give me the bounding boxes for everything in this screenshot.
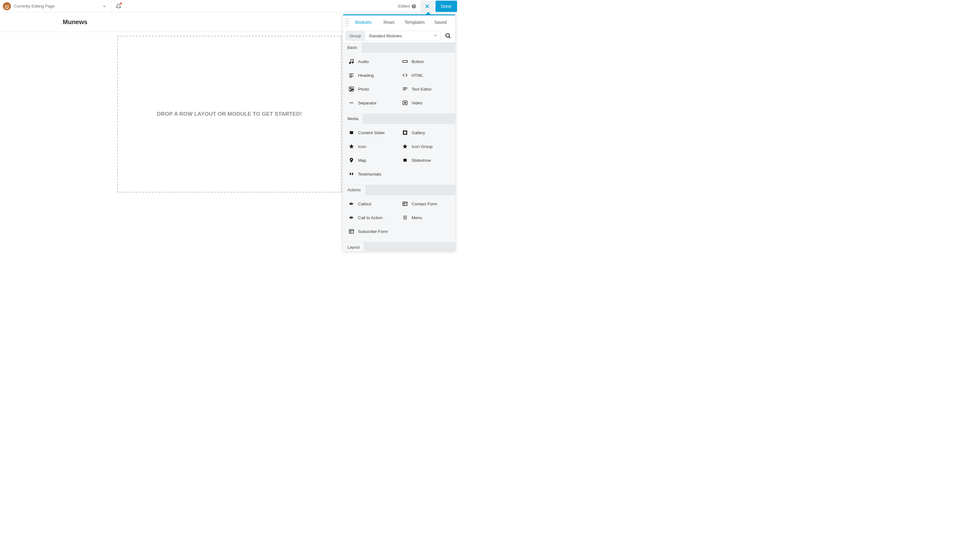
module-label: Audio	[358, 59, 369, 64]
svg-point-4	[5, 5, 6, 6]
module-label: Icon	[358, 144, 366, 149]
module-grid-basic: AudioButtonHeadingHTMLPhotoText EditorSe…	[343, 53, 455, 113]
module-content-slider[interactable]: Content Slider	[345, 126, 399, 140]
section-title: Basic	[343, 43, 362, 53]
dropzone[interactable]: DROP A ROW LAYOUT OR MODULE TO GET START…	[117, 36, 342, 193]
module-text-editor[interactable]: Text Editor	[399, 82, 453, 96]
module-heading[interactable]: Heading	[345, 68, 399, 82]
modules-panel: Modules Rows Templates Saved Group Stand…	[343, 14, 455, 252]
page-dropdown-toggle[interactable]	[100, 2, 109, 11]
section-title: Layout	[343, 242, 364, 252]
module-callout[interactable]: Callout	[345, 197, 399, 211]
svg-rect-8	[7, 8, 8, 8]
menu-icon	[401, 215, 409, 220]
lines-icon	[401, 86, 409, 92]
svg-rect-32	[404, 131, 407, 134]
module-button[interactable]: Button	[399, 54, 453, 68]
module-icon[interactable]: Icon	[345, 140, 399, 153]
module-icon-group[interactable]: Icon Group	[399, 140, 453, 153]
drag-handle-icon[interactable]	[345, 18, 349, 27]
module-label: Contact Form	[412, 202, 438, 206]
lines-heading-icon	[347, 72, 355, 78]
search-icon	[445, 33, 451, 39]
section-header-actions[interactable]: Actions	[343, 185, 455, 195]
star-icon	[347, 143, 355, 149]
pin-icon	[347, 158, 355, 163]
svg-point-6	[6, 6, 8, 7]
module-subscribe-form[interactable]: Subscribe Form	[345, 225, 399, 238]
close-icon	[425, 3, 430, 9]
help-icon[interactable]: ?	[412, 4, 416, 8]
group-select[interactable]: Group Standard Modules	[345, 31, 441, 41]
top-bar: Currently Editing Page Edited ? Done	[0, 0, 460, 13]
topbar-left: Currently Editing Page	[0, 0, 111, 12]
tab-modules[interactable]: Modules	[350, 17, 376, 27]
form-icon	[401, 201, 409, 207]
module-label: Slideshow	[412, 158, 431, 163]
module-label: Subscribe Form	[358, 229, 388, 234]
module-separator[interactable]: Separator	[345, 96, 399, 110]
section-header-basic[interactable]: Basic	[343, 42, 455, 53]
tab-rows[interactable]: Rows	[376, 17, 402, 27]
module-testimonials[interactable]: Testimonials	[345, 167, 399, 181]
notifications-button[interactable]	[111, 0, 126, 12]
slider-icon	[401, 158, 409, 163]
page-title: Munews	[63, 19, 88, 26]
chevron-down-icon	[430, 33, 441, 38]
svg-rect-36	[404, 159, 407, 162]
slider-icon	[347, 130, 355, 135]
module-slideshow[interactable]: Slideshow	[399, 153, 453, 167]
module-label: HTML	[412, 73, 423, 78]
module-label: Callout	[358, 202, 371, 206]
svg-rect-45	[349, 229, 354, 233]
tab-saved[interactable]: Saved	[428, 17, 453, 27]
code-icon	[401, 72, 409, 78]
module-video[interactable]: Video	[399, 96, 453, 110]
section-header-media[interactable]: Media	[343, 113, 455, 124]
minus-icon	[347, 100, 355, 106]
module-label: Icon Group	[412, 144, 433, 149]
svg-point-14	[352, 62, 354, 63]
panel-scroll[interactable]: BasicAudioButtonHeadingHTMLPhotoText Edi…	[343, 42, 455, 252]
music-icon	[347, 59, 355, 64]
tab-templates[interactable]: Templates	[402, 17, 428, 27]
module-map[interactable]: Map	[345, 153, 399, 167]
svg-point-35	[351, 159, 352, 160]
module-call-to-action[interactable]: Call to Action	[345, 211, 399, 225]
rect-icon	[401, 59, 409, 64]
section-header-layout[interactable]: Layout	[343, 242, 455, 252]
dropzone-text: DROP A ROW LAYOUT OR MODULE TO GET START…	[157, 111, 302, 117]
svg-point-11	[446, 33, 450, 37]
close-button[interactable]	[420, 1, 434, 12]
group-value: Standard Modules	[365, 33, 430, 38]
module-html[interactable]: HTML	[399, 68, 453, 82]
done-button[interactable]: Done	[436, 1, 457, 12]
module-label: Heading	[358, 73, 374, 78]
svg-rect-7	[6, 8, 6, 8]
module-label: Testimonials	[358, 172, 381, 177]
gallery-icon	[401, 130, 409, 135]
module-label: Separator	[358, 100, 377, 105]
svg-point-21	[350, 88, 351, 89]
filter-row: Group Standard Modules	[343, 29, 455, 42]
module-label: Text Editor	[412, 87, 432, 92]
svg-rect-28	[350, 131, 353, 134]
search-button[interactable]	[443, 31, 453, 40]
panel-notch-icon	[425, 12, 431, 15]
megaphone-icon	[347, 201, 355, 207]
svg-marker-33	[349, 144, 354, 149]
form-icon	[347, 229, 355, 234]
module-menu[interactable]: Menu	[399, 211, 453, 225]
module-photo[interactable]: Photo	[345, 82, 399, 96]
group-label: Group	[346, 31, 365, 40]
svg-rect-39	[403, 202, 407, 205]
section-title: Media	[343, 114, 363, 124]
star-icon	[401, 143, 409, 149]
play-frame-icon	[401, 100, 409, 106]
module-label: Call to Action	[358, 215, 383, 220]
module-audio[interactable]: Audio	[345, 54, 399, 68]
module-contact-form[interactable]: Contact Form	[399, 197, 453, 211]
svg-point-5	[8, 5, 8, 6]
module-grid-media: Content SliderGalleryIconIcon GroupMapSl…	[343, 124, 455, 185]
module-gallery[interactable]: Gallery	[399, 126, 453, 140]
